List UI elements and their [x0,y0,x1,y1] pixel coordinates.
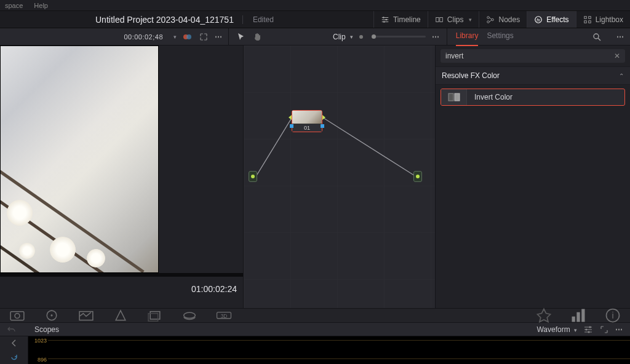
effect-invert-color[interactable]: Invert Color [441,89,625,106]
refresh-icon[interactable] [9,352,19,362]
nav-effects[interactable]: fx Effects [527,11,575,28]
tab-settings[interactable]: Settings [487,31,513,42]
scopes-title: Scopes [34,325,59,334]
info-icon[interactable]: i [604,311,621,320]
project-title: Untitled Project 2023-04-04_121751 [95,15,234,25]
effects-search-box[interactable]: ✕ [441,49,625,63]
tab-library[interactable]: Library [456,31,479,42]
viewer-canvas[interactable] [0,46,159,273]
stereo-3d-icon[interactable]: 3D [215,311,233,320]
nav-timeline-label: Timeline [393,15,421,24]
viewer-image-content [50,237,76,263]
effects-search-input[interactable] [445,52,614,60]
nav-lightbox[interactable]: Lightbox [576,11,630,28]
effects-category-header[interactable]: Resolve FX Color ⌃ [436,66,630,85]
scopes-toggle-icon[interactable] [570,311,587,320]
node-alpha-in-port[interactable] [290,124,293,128]
clip-dot-indicator [359,35,363,39]
scope-tick-hi: 1023 [30,338,47,344]
search-icon[interactable] [592,32,602,42]
openfx-icon[interactable] [535,311,552,320]
motion-effects-icon[interactable] [146,311,164,320]
chevron-down-icon[interactable]: ▾ [350,34,353,40]
nav-timeline[interactable]: Timeline [373,11,428,28]
menu-space[interactable]: space [5,2,23,9]
image-wipe-icon[interactable] [183,32,193,42]
scopes-mode-select[interactable]: Waveform ▾ [536,325,577,334]
zoom-slider[interactable] [372,36,426,38]
chevron-down-icon[interactable]: ▾ [173,34,177,40]
undo-icon[interactable] [6,325,16,334]
more-icon[interactable]: ⋯ [616,33,625,41]
more-icon[interactable]: ⋯ [432,33,441,41]
expand-icon[interactable] [199,32,209,42]
svg-point-7 [487,20,490,23]
node-output-port[interactable] [322,115,325,120]
blur-icon[interactable] [181,311,198,320]
slider-thumb[interactable] [372,34,376,39]
svg-rect-21 [10,312,24,320]
color-checker-icon[interactable] [43,311,60,320]
svg-point-37 [586,328,588,330]
node-label: 01 [292,124,322,132]
rgb-mixer-icon[interactable] [112,311,129,320]
svg-point-1 [385,18,387,20]
viewer-image-content [87,249,105,267]
svg-text:fx: fx [536,17,540,22]
clear-search-icon[interactable]: ✕ [614,52,620,60]
svg-rect-11 [588,16,591,18]
effect-icon [441,89,467,105]
menu-help[interactable]: Help [34,2,48,9]
nav-left-icon[interactable] [9,338,19,348]
camera-raw-icon[interactable] [9,311,26,320]
svg-text:i: i [612,311,613,320]
nav-nodes[interactable]: Nodes [479,11,527,28]
svg-text:3D: 3D [221,314,228,319]
nav-nodes-label: Nodes [498,15,520,24]
svg-point-2 [383,21,385,23]
effects-icon: fx [534,15,543,24]
nav-clips[interactable]: Clips ▾ [428,11,479,28]
nav-clips-label: Clips [447,15,464,24]
svg-rect-32 [576,312,580,322]
scopes-settings-icon[interactable] [583,325,593,334]
pointer-icon[interactable] [236,32,246,42]
more-icon[interactable]: ⋯ [215,33,223,41]
svg-rect-12 [584,20,586,23]
svg-rect-4 [440,17,442,22]
viewer-timecode-top[interactable]: 00:00:02;48 [124,33,163,41]
color-node-01[interactable]: 01 [292,110,322,132]
clips-icon [435,15,444,24]
node-input-port[interactable] [289,115,292,120]
svg-point-38 [588,331,590,333]
hand-icon[interactable] [252,32,262,42]
sliders-icon [381,15,389,24]
svg-point-5 [487,16,490,18]
clip-scope-label[interactable]: Clip [333,33,346,41]
nav-effects-label: Effects [546,15,568,24]
chevron-down-icon: ▾ [574,327,577,333]
svg-line-17 [256,118,292,176]
node-graph-canvas[interactable]: 01 [244,46,436,308]
scopes-expand-icon[interactable] [599,325,609,334]
waveform-scope [48,336,630,364]
scope-tick-lo: 896 [30,357,47,363]
svg-point-15 [186,34,191,39]
nodes-icon [486,15,495,24]
graph-output-node[interactable] [413,171,422,182]
divider [242,15,243,24]
more-icon[interactable]: ⋯ [615,325,624,334]
svg-rect-13 [588,20,591,23]
color-wheels-icon[interactable] [78,311,95,320]
svg-line-18 [324,118,416,176]
scopes-mode-label: Waveform [536,325,570,334]
node-alpha-out-port[interactable] [321,124,324,128]
svg-rect-20 [455,93,460,101]
svg-rect-31 [572,317,575,322]
node-thumbnail [292,111,322,124]
node-connections [244,46,435,308]
svg-point-24 [50,314,52,316]
effect-label: Invert Color [467,93,512,101]
graph-input-node[interactable] [249,171,257,182]
viewer-timecode: 01:00:02:24 [0,277,243,294]
